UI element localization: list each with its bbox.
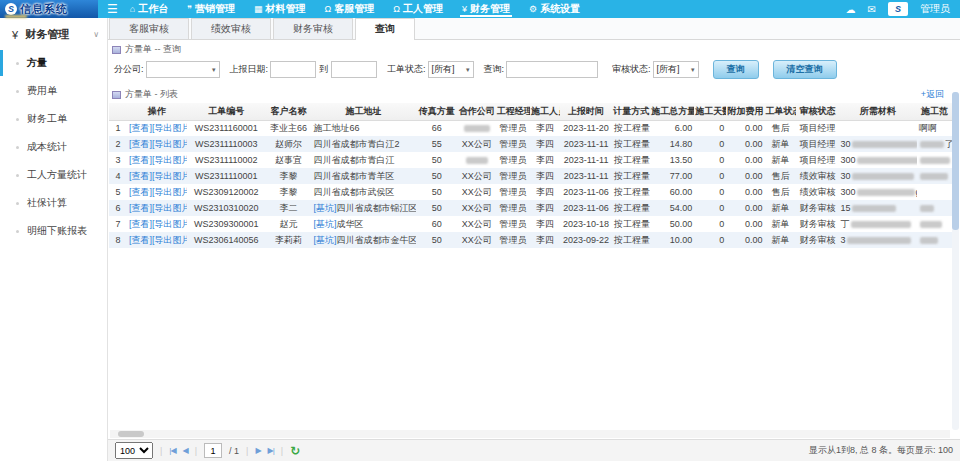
- table-row[interactable]: 7[查看][导出图片]WS2309300001赵元[基坑]成华区60XX公司管理…: [109, 216, 952, 232]
- address-text: 四川省成都市金牛区: [336, 235, 415, 245]
- redacted-text: [920, 205, 934, 212]
- vertical-scrollbar-thumb[interactable]: [952, 92, 959, 230]
- pit-tag: [基坑]: [313, 235, 336, 245]
- column-header-附加费用[interactable]: 附加费用: [726, 103, 764, 120]
- column-header-施工天数[interactable]: 施工天数: [694, 103, 726, 120]
- view-link[interactable]: [查看]: [129, 219, 152, 229]
- view-link[interactable]: [查看]: [129, 171, 152, 181]
- view-link[interactable]: [查看]: [129, 139, 152, 149]
- view-link[interactable]: [查看]: [129, 203, 152, 213]
- admin-user-label[interactable]: 管理员: [920, 2, 950, 16]
- refresh-icon[interactable]: ↻: [290, 444, 300, 458]
- column-header-所需材料[interactable]: 所需材料: [839, 103, 917, 120]
- table-row[interactable]: 3[查看][导出图片]WS2311110002赵事宜四川省成都市青白江50管理员…: [109, 152, 952, 168]
- column-header-施工人员[interactable]: 施工人员: [530, 103, 560, 120]
- column-header-传真方量[interactable]: 传真方量: [416, 103, 458, 120]
- cell-order-status: 售后: [764, 168, 796, 184]
- nav-item-工作台[interactable]: ⌂工作台: [130, 0, 168, 18]
- horizontal-scrollbar[interactable]: [110, 430, 950, 438]
- export-image-link[interactable]: [导出图片]: [152, 235, 187, 245]
- cell-worker: 李四: [530, 120, 560, 136]
- column-header-计量方式[interactable]: 计量方式: [612, 103, 650, 120]
- table-row[interactable]: 4[查看][导出图片]WS2311110001李黎四川省成都市青羊区50XX公司…: [109, 168, 952, 184]
- branch-select[interactable]: ▾: [146, 61, 220, 78]
- sidebar-item-方量[interactable]: 方量: [0, 49, 107, 77]
- nav-item-营销管理[interactable]: ❞营销管理: [187, 0, 235, 18]
- last-page-button[interactable]: ▶|: [268, 446, 274, 455]
- sidebar-item-工人方量统计[interactable]: 工人方量统计: [0, 161, 107, 189]
- tab-财务审核[interactable]: 财务审核: [273, 18, 353, 39]
- nav-item-工人管理[interactable]: Ω工人管理: [393, 0, 443, 18]
- keyword-input[interactable]: [506, 61, 598, 78]
- view-link[interactable]: [查看]: [129, 155, 152, 165]
- column-header-合作公司[interactable]: 合作公司: [458, 103, 496, 120]
- sidebar-item-成本统计[interactable]: 成本统计: [0, 133, 107, 161]
- date-to-input[interactable]: [331, 61, 377, 78]
- next-page-button[interactable]: ▶: [255, 446, 260, 455]
- export-image-link[interactable]: [导出图片]: [152, 171, 187, 181]
- first-page-button[interactable]: |◀: [169, 446, 175, 455]
- column-header-工单状态[interactable]: 工单状态: [764, 103, 796, 120]
- view-link[interactable]: [查看]: [129, 187, 152, 197]
- view-link[interactable]: [查看]: [129, 235, 152, 245]
- column-header-上报时间[interactable]: 上报时间: [560, 103, 612, 120]
- cell-extra-fee: 0.00: [726, 120, 764, 136]
- export-image-link[interactable]: [导出图片]: [152, 123, 187, 133]
- column-header-num[interactable]: [109, 103, 127, 120]
- order-status-select[interactable]: [所有] ▾: [428, 61, 474, 78]
- sidebar-item-财务工单[interactable]: 财务工单: [0, 105, 107, 133]
- vertical-scrollbar[interactable]: [952, 92, 959, 430]
- column-header-审核状态[interactable]: 审核状态: [796, 103, 838, 120]
- sidebar-item-费用单[interactable]: 费用单: [0, 77, 107, 105]
- nav-item-财务管理[interactable]: ¥财务管理: [462, 0, 510, 18]
- page-number-input[interactable]: [204, 443, 222, 458]
- cloud-icon[interactable]: ☁: [846, 4, 856, 15]
- search-button[interactable]: 查询: [713, 60, 759, 79]
- table-row[interactable]: 1[查看][导出图片]WS2311160001李业主66施工地址6666管理员李…: [109, 120, 952, 136]
- column-header-工单编号[interactable]: 工单编号: [187, 103, 265, 120]
- table-row[interactable]: 6[查看][导出图片]WS2310310020李二[基坑]四川省成都市锦江区50…: [109, 200, 952, 216]
- nav-item-客服管理[interactable]: Ω客服管理: [325, 0, 375, 18]
- sidebar-group-finance[interactable]: ¥ 财务管理 ∨: [0, 18, 107, 49]
- column-header-工程经理[interactable]: 工程经理: [496, 103, 530, 120]
- date-from-input[interactable]: [270, 61, 316, 78]
- column-header-客户名称[interactable]: 客户名称: [265, 103, 311, 120]
- export-image-link[interactable]: [导出图片]: [152, 219, 187, 229]
- cell-worker: 李四: [530, 152, 560, 168]
- cell-customer: 赵元: [265, 216, 311, 232]
- cell-row-number: 8: [109, 232, 127, 248]
- column-header-施工总方量[interactable]: 施工总方量: [650, 103, 694, 120]
- export-image-link[interactable]: [导出图片]: [152, 203, 187, 213]
- table-row[interactable]: 8[查看][导出图片]WS2306140056李莉莉[基坑]四川省成都市金牛区5…: [109, 232, 952, 248]
- cell-extra-fee: 0.00: [726, 168, 764, 184]
- address-text: 四川省成都市武侯区: [313, 187, 394, 197]
- back-link[interactable]: +返回: [921, 88, 944, 101]
- page-size-select[interactable]: 100: [115, 442, 153, 459]
- prev-page-button[interactable]: ◀: [183, 446, 188, 455]
- column-header-操作[interactable]: 操作: [127, 103, 187, 120]
- table-row[interactable]: 5[查看][导出图片]WS2309120002李黎四川省成都市武侯区50XX公司…: [109, 184, 952, 200]
- main-area: 客服审核绩效审核财务审核查询 方量单 -- 查询 分公司: ▾ 上报日期: 到 …: [108, 18, 960, 461]
- tab-客服审核[interactable]: 客服审核: [109, 18, 189, 39]
- export-image-link[interactable]: [导出图片]: [152, 139, 187, 149]
- hamburger-icon[interactable]: ☰: [107, 2, 118, 16]
- export-image-link[interactable]: [导出图片]: [152, 155, 187, 165]
- nav-item-系统设置[interactable]: ⚙系统设置: [529, 0, 580, 18]
- clear-search-button[interactable]: 清空查询: [773, 60, 837, 79]
- tab-查询[interactable]: 查询: [355, 18, 415, 40]
- audit-status-select[interactable]: [所有] ▾: [653, 61, 699, 78]
- sidebar-item-明细下账报表[interactable]: 明细下账报表: [0, 217, 107, 245]
- tab-绩效审核[interactable]: 绩效审核: [191, 18, 271, 39]
- export-image-link[interactable]: [导出图片]: [152, 187, 187, 197]
- cell-text: XX公司: [462, 235, 492, 245]
- view-link[interactable]: [查看]: [129, 123, 152, 133]
- sidebar-item-社保计算[interactable]: 社保计算: [0, 189, 107, 217]
- column-header-施工范[interactable]: 施工范: [917, 103, 952, 120]
- horizontal-scrollbar-thumb[interactable]: [118, 431, 144, 437]
- table-row[interactable]: 2[查看][导出图片]WS2311110003赵师尔四川省成都市青白江255XX…: [109, 136, 952, 152]
- cell-audit-status: 项目经理: [796, 152, 838, 168]
- nav-item-材料管理[interactable]: ▦材料管理: [254, 0, 306, 18]
- column-header-施工地址[interactable]: 施工地址: [311, 103, 415, 120]
- cell-scope: 了: [917, 136, 952, 152]
- messages-icon[interactable]: ✉: [868, 4, 876, 15]
